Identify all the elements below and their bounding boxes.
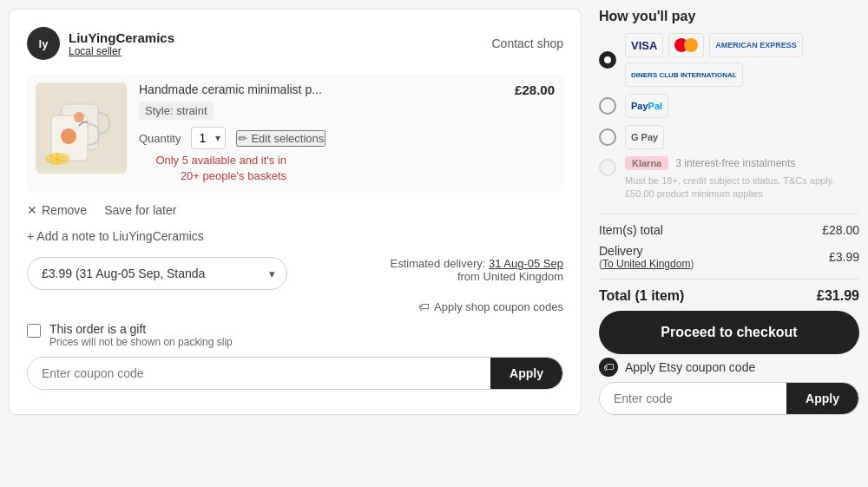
gift-label: This order is a gift: [49, 322, 233, 336]
items-total-label: Item(s) total: [599, 223, 663, 237]
product-row: Handmade ceramic minimalist p... £28.00 …: [27, 74, 563, 193]
product-image: [36, 82, 127, 174]
coupon-input-row: Apply: [27, 357, 563, 390]
delivery-to: (To United Kingdom): [599, 258, 694, 270]
availability-text: Only 5 available and it's in 20+ people'…: [139, 153, 286, 184]
remove-button[interactable]: ✕ Remove: [27, 203, 87, 217]
how-pay-title: How you'll pay: [599, 9, 859, 24]
shop-info: ly LiuYingCeramics Local seller: [27, 27, 174, 60]
payment-option-gpay[interactable]: G Pay: [599, 125, 859, 149]
add-note-button[interactable]: + Add a note to LiuYingCeramics: [27, 229, 563, 243]
klarna-logo: Klarna: [625, 156, 668, 170]
etsy-coupon-label: Apply Etsy coupon code: [625, 360, 755, 374]
right-coupon-row: Apply: [599, 382, 859, 415]
radio-paypal[interactable]: [599, 97, 616, 115]
gpay-text: G Pay: [631, 132, 658, 142]
payment-option-card[interactable]: VISA AMERICAN EXPRESS DINERS C: [599, 33, 859, 87]
delivery-to-link[interactable]: To United Kingdom: [602, 258, 690, 270]
shop-name: LiuYingCeramics: [69, 30, 174, 45]
total-value: £31.99: [817, 288, 859, 304]
radio-card[interactable]: [599, 51, 616, 69]
apply-coupon-link[interactable]: 🏷 Apply shop coupon codes: [27, 300, 563, 313]
diners-text: DINERS CLUB INTERNATIONAL: [631, 71, 737, 79]
delivery-info: Estimated delivery: 31 Aug-05 Sep from U…: [391, 257, 563, 283]
right-coupon-apply-button[interactable]: Apply: [786, 383, 858, 414]
right-panel: How you'll pay VISA: [599, 9, 859, 415]
total-label: Total (1 item): [599, 288, 684, 304]
delivery-row: £3.99 (31 Aug-05 Sep, Standa Estimated d…: [27, 257, 563, 290]
divider-2: [599, 279, 859, 280]
proceed-to-checkout-button[interactable]: Proceed to checkout: [599, 311, 859, 354]
coupon-apply-button[interactable]: Apply: [490, 358, 562, 389]
product-top-row: Handmade ceramic minimalist p... £28.00: [139, 82, 555, 102]
how-you-pay-section: How you'll pay VISA: [599, 9, 859, 415]
svg-point-4: [74, 112, 84, 122]
mc-orange-circle: [684, 38, 698, 52]
mastercard-logo: [668, 33, 704, 57]
card-logos: VISA AMERICAN EXPRESS DINERS C: [625, 33, 859, 87]
tag-icon: 🏷: [418, 300, 430, 313]
gift-info: This order is a gift Prices will not be …: [49, 322, 233, 348]
edit-selections-button[interactable]: ✏ Edit selections: [236, 130, 326, 147]
product-details: Handmade ceramic minimalist p... £28.00 …: [139, 82, 555, 184]
visa-logo: VISA: [625, 33, 663, 57]
quantity-row: Quantity 1 2 3 4 5 ✏ Edit selections: [139, 127, 555, 149]
visa-text: VISA: [631, 39, 657, 52]
items-total-value: £28.00: [822, 223, 859, 237]
items-total-row: Item(s) total £28.00: [599, 220, 859, 240]
etsy-coupon-row[interactable]: 🏷 Apply Etsy coupon code: [599, 358, 859, 377]
gpay-logo: G Pay: [625, 125, 664, 149]
gift-checkbox[interactable]: [27, 324, 41, 338]
contact-shop-link[interactable]: Contact shop: [492, 36, 564, 50]
gift-subtext: Prices will not be shown on packing slip: [49, 336, 233, 348]
delivery-select-wrapper: £3.99 (31 Aug-05 Sep, Standa: [27, 257, 287, 290]
gift-row: This order is a gift Prices will not be …: [27, 322, 563, 348]
delivery-value: £3.99: [829, 250, 859, 264]
total-row-final: Total (1 item) £31.99: [599, 285, 859, 307]
klarna-note: Must be 18+, credit subject to status. T…: [625, 174, 859, 201]
pencil-icon: ✏: [238, 132, 247, 145]
radio-klarna[interactable]: [599, 159, 616, 176]
payment-options: VISA AMERICAN EXPRESS DINERS C: [599, 33, 859, 201]
quantity-wrapper: 1 2 3 4 5: [191, 127, 226, 149]
amex-text: AMERICAN EXPRESS: [715, 41, 797, 49]
product-title: Handmade ceramic minimalist p...: [139, 82, 322, 96]
divider-1: [599, 214, 859, 214]
product-actions: ✕ Remove Save for later: [27, 203, 563, 217]
klarna-info: Klarna 3 interest-free instalments Must …: [625, 156, 859, 201]
shop-name-group: LiuYingCeramics Local seller: [69, 30, 174, 57]
shop-seller-label[interactable]: Local seller: [69, 45, 174, 57]
delivery-from: from United Kingdom: [391, 270, 563, 283]
shop-avatar: ly: [27, 27, 60, 60]
diners-logo: DINERS CLUB INTERNATIONAL: [625, 63, 743, 87]
product-style: Style: straint: [139, 102, 214, 120]
product-price: £28.00: [515, 82, 555, 97]
payment-option-klarna: Klarna 3 interest-free instalments Must …: [599, 156, 859, 201]
style-value: straint: [176, 104, 207, 117]
payment-option-paypal[interactable]: PayPal: [599, 94, 859, 118]
klarna-desc: 3 interest-free instalments: [675, 156, 795, 171]
x-icon: ✕: [27, 203, 37, 217]
quantity-select[interactable]: 1 2 3 4 5: [191, 127, 226, 149]
estimated-date-link[interactable]: 31 Aug-05 Sep: [489, 257, 563, 270]
radio-gpay[interactable]: [599, 128, 616, 146]
delivery-row-summary: Delivery (To United Kingdom) £3.99: [599, 240, 859, 273]
quantity-label: Quantity: [139, 132, 181, 145]
paypal-logo: PayPal: [625, 94, 668, 118]
paypal-text: PayPal: [631, 101, 662, 111]
delivery-select[interactable]: £3.99 (31 Aug-05 Sep, Standa: [27, 257, 287, 290]
save-for-later-button[interactable]: Save for later: [104, 203, 176, 217]
delivery-label: Delivery: [599, 244, 694, 258]
coupon-icon: 🏷: [599, 358, 618, 377]
left-panel: ly LiuYingCeramics Local seller Contact …: [9, 9, 582, 415]
estimated-label: Estimated delivery:: [391, 257, 486, 270]
amex-logo: AMERICAN EXPRESS: [709, 33, 803, 57]
shop-header: ly LiuYingCeramics Local seller Contact …: [27, 27, 563, 60]
style-label: Style:: [145, 104, 174, 117]
coupon-input[interactable]: [28, 358, 490, 389]
right-coupon-input[interactable]: [600, 383, 786, 414]
svg-point-3: [61, 128, 76, 144]
